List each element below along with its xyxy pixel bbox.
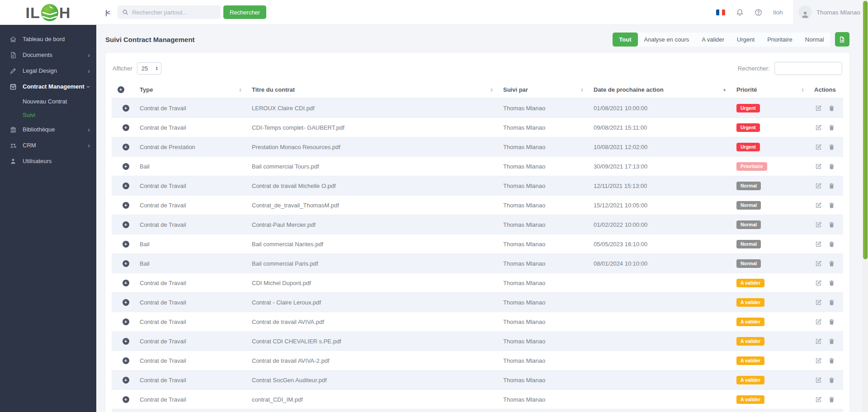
cell-actions [814,318,843,325]
column-header-date-de-prochaine-action[interactable]: Date de prochaine action▲ [594,86,736,93]
edit-icon[interactable] [815,377,822,384]
expand-all-icon[interactable]: + [118,86,124,93]
trash-icon[interactable] [828,241,835,248]
sidebar-item-nouveau-contrat[interactable]: Nouveau Contrat [0,94,96,108]
sidebar-item-documents[interactable]: Documents› [0,47,96,63]
expand-row-icon[interactable]: + [123,280,129,286]
expand-row-icon[interactable]: + [123,241,129,248]
cell-date: 30/09/2021 17:13:00 [594,163,736,170]
edit-icon[interactable] [815,357,822,364]
table-row: +Contrat de TravailContrat de travail AV… [112,351,843,370]
filter-a-valider[interactable]: A valider [695,33,731,47]
trash-icon[interactable] [828,299,835,306]
scrollbar-thumb[interactable] [863,1,868,259]
edit-icon[interactable] [815,163,822,170]
trash-icon[interactable] [828,144,835,150]
column-header-titre-du-contrat[interactable]: Titre du contrat▲▼ [252,86,503,93]
edit-icon[interactable] [815,202,822,209]
expand-row-icon[interactable]: + [123,377,129,384]
sidebar-item-suivi[interactable]: Suivi [0,108,96,122]
edit-icon[interactable] [815,241,822,248]
sidebar-item-utilisateurs[interactable]: Utilisateurs [0,153,96,169]
edit-icon[interactable] [815,396,822,403]
sort-icon: ▲▼ [801,88,804,92]
language-flag-icon[interactable] [716,9,725,15]
page-scrollbar[interactable] [862,0,868,412]
filter-prioritaire[interactable]: Prioritaire [761,33,799,47]
filter-urgent[interactable]: Urgent [731,33,761,47]
filter-analyse-en-cours[interactable]: Analyse en cours [638,33,696,47]
expand-row-icon[interactable]: + [123,124,129,131]
trash-icon[interactable] [828,163,835,170]
app-logo[interactable]: IL H [0,0,96,25]
global-search-input[interactable] [132,9,209,16]
expand-row-icon[interactable]: + [123,338,129,345]
cell-type: Contrat de Travail [140,396,252,403]
table-row: +Contrat de TravailCDI-Temps complet- GA… [112,118,843,137]
edit-icon[interactable] [815,318,822,325]
edit-icon[interactable] [815,124,822,131]
trash-icon[interactable] [828,221,835,228]
sidebar-item-contract-management[interactable]: Contract Management› [0,79,96,94]
user-icon [9,157,17,165]
expand-row-icon[interactable]: + [123,299,129,306]
edit-icon[interactable] [815,299,822,306]
expand-row-icon[interactable]: + [123,396,129,403]
sidebar-item-bibliotheque[interactable]: Bibliothèque› [0,122,96,137]
edit-icon[interactable] [815,221,822,228]
column-header-priorite[interactable]: Priorité▲▼ [736,86,814,93]
sidebar-item-tableau-de-bord[interactable]: Tableau de bord [0,31,96,47]
expand-row-icon[interactable]: + [123,221,129,228]
trash-icon[interactable] [828,338,835,345]
trash-icon[interactable] [828,105,835,112]
trash-icon[interactable] [828,377,835,384]
edit-icon[interactable] [815,144,822,150]
global-search-button[interactable]: Rechercher [223,5,266,19]
page-size-select[interactable]: 25 ▲▼ [137,62,161,75]
expand-row-icon[interactable]: + [123,144,129,150]
expand-cell: + [112,241,140,248]
column-header-actions[interactable]: Actions [814,86,843,93]
cell-title: CDI-Temps complet- GAUBERT.pdf [252,124,503,131]
trash-icon[interactable] [828,124,835,131]
edit-icon[interactable] [815,183,822,189]
notifications-bell-icon[interactable] [736,9,744,16]
column-header-suivi-par[interactable]: Suivi par▲▼ [503,86,594,93]
expand-row-icon[interactable]: + [123,202,129,209]
edit-icon[interactable] [815,105,822,112]
help-icon[interactable] [755,9,762,16]
expand-row-icon[interactable]: + [123,357,129,364]
cell-owner: Thomas Mlanao [503,260,594,267]
filter-normal[interactable]: Normal [799,33,830,47]
filter-tout[interactable]: Tout [613,33,637,47]
table-search-input[interactable] [774,62,842,75]
user-menu[interactable]: Thomas Mlanao [793,0,868,25]
trash-icon[interactable] [828,260,835,267]
expand-row-icon[interactable]: + [123,105,129,112]
trash-icon[interactable] [828,318,835,325]
expand-row-icon[interactable]: + [123,318,129,325]
trash-icon[interactable] [828,280,835,286]
expand-cell: + [112,144,140,150]
cell-type: Contrat de Travail [140,202,252,209]
expand-row-icon[interactable]: + [123,260,129,267]
column-header-type[interactable]: Type▲▼ [140,86,252,93]
expand-row-icon[interactable]: + [123,183,129,189]
priority-badge: A valider [736,337,764,346]
trash-icon[interactable] [828,183,835,189]
trash-icon[interactable] [828,396,835,403]
sidebar-collapse-icon[interactable]: |< [105,9,109,16]
expand-row-icon[interactable]: + [123,163,129,170]
cell-priority: Normal [736,182,814,190]
trash-icon[interactable] [828,357,835,364]
table-row: +BailBail commercial Tours.pdfThomas Mla… [112,157,843,176]
export-button[interactable] [835,32,849,47]
edit-icon[interactable] [815,338,822,345]
edit-icon[interactable] [815,280,822,286]
trash-icon[interactable] [828,202,835,209]
global-search[interactable] [118,5,221,19]
edit-icon[interactable] [815,260,822,267]
sidebar-item-crm[interactable]: CRM› [0,137,96,153]
contract-icon [9,83,17,90]
sidebar-item-legal-design[interactable]: Legal Design› [0,63,96,79]
